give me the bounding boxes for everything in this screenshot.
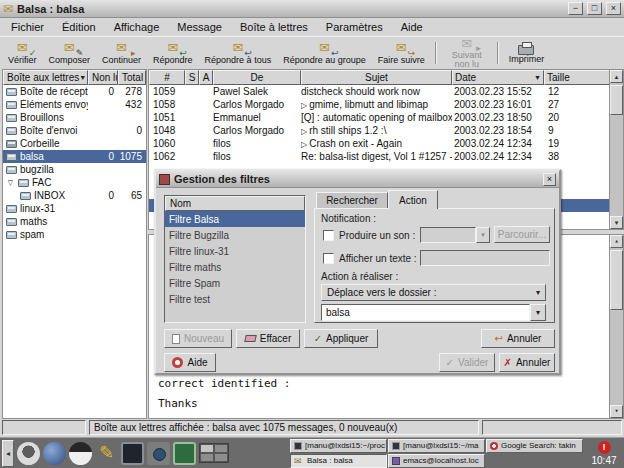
menu-edition[interactable]: Édition [53, 19, 105, 35]
status-header[interactable]: S [185, 70, 199, 85]
sidebar-item-trash[interactable]: Corbeille [3, 137, 146, 150]
scroll-down-icon[interactable]: ▾ [610, 405, 623, 418]
destination-folder-combo[interactable]: balsa ▾ [321, 304, 546, 321]
menu-boite-a-lettres[interactable]: Boîte à lettres [231, 19, 317, 35]
tab-action[interactable]: Action [388, 190, 438, 209]
play-sound-checkbox[interactable] [323, 230, 334, 241]
title-bar[interactable]: ✉ Balsa : balsa − □ × [0, 0, 624, 18]
sidebar-item-inbox[interactable]: Boîte de réception 0278 [3, 85, 146, 98]
total-header[interactable]: Total [118, 70, 146, 85]
reply-button[interactable]: ✉↩ Répondre [147, 38, 199, 68]
dialog-close-icon[interactable]: × [543, 173, 556, 186]
filter-item-linux-31[interactable]: Filtre linux-31 [165, 243, 305, 259]
combo-arrow-icon[interactable]: ▾ [530, 304, 546, 321]
sidebar-item-spam[interactable]: spam [3, 228, 146, 241]
camera-icon[interactable] [147, 442, 170, 465]
monitor-icon[interactable] [173, 442, 196, 465]
message-row[interactable]: 1059 Pawel Salek distcheck should work n… [149, 85, 610, 98]
delete-filter-button[interactable]: Effacer [236, 329, 300, 348]
close-icon[interactable]: × [606, 2, 621, 15]
tab-rechercher[interactable]: Rechercher [316, 192, 388, 209]
status-progress [482, 420, 622, 435]
sidebar-item-sent[interactable]: Éléments envoyés 432 [3, 98, 146, 111]
print-button[interactable]: Imprimer [503, 38, 551, 68]
message-list-scrollbar[interactable]: ▴ ▾ [609, 70, 623, 229]
maximize-icon[interactable]: □ [587, 2, 602, 15]
sidebar-item-maths[interactable]: maths [3, 215, 146, 228]
message-row[interactable]: 1048 Carlos Morgado ▷rh still ships 1.2 … [149, 124, 610, 137]
message-row[interactable]: 1062 filos Re: balsa-list digest, Vol 1 … [149, 150, 610, 163]
sidebar-item-fac-inbox[interactable]: INBOX 065 [3, 189, 146, 202]
filter-item-maths[interactable]: Filtre maths [165, 259, 305, 275]
pen-icon[interactable]: ✎ [95, 442, 118, 465]
num-header[interactable]: # [149, 70, 185, 85]
mail-icon: ✉ [294, 457, 304, 465]
minimize-icon[interactable]: − [568, 2, 583, 15]
cancel-button[interactable]: ✗Annuler [499, 353, 555, 372]
help-button[interactable]: Aide [164, 353, 216, 372]
expander-open-icon[interactable]: ▽ [6, 179, 15, 187]
filter-list-header[interactable]: Nom [165, 196, 305, 211]
mailbox-tree-header: Boîte aux lettres▼ Non lu Total [3, 70, 146, 85]
task-terminal-2[interactable]: [manu@lxdsi15:~/ma [388, 439, 485, 453]
panel-hide-arrow-icon[interactable]: ◂ [2, 440, 14, 467]
filter-item-bugzilla[interactable]: Filtre Bugzilla [165, 227, 305, 243]
message-row[interactable]: 1051 Emmanuel [Q] : automatic opening of… [149, 111, 610, 124]
menu-parametres[interactable]: Paramètres [317, 19, 392, 35]
filter-item-balsa[interactable]: Filtre Balsa [165, 211, 305, 227]
filter-item-spam[interactable]: Filtre Spam [165, 275, 305, 291]
message-row[interactable]: 1058 Carlos Morgado ▷gmime, libmutt and … [149, 98, 610, 111]
task-google-search[interactable]: Google Search: takin [486, 439, 583, 453]
scrollbar-thumb[interactable] [610, 250, 623, 310]
mailbox-name-header[interactable]: Boîte aux lettres▼ [3, 70, 88, 85]
revert-button[interactable]: ↩Annuler [481, 329, 555, 348]
menu-affichage[interactable]: Affichage [105, 19, 169, 35]
filter-management-dialog: Gestion des filtres × Nom Filtre Balsa F… [154, 169, 561, 375]
sidebar-item-bugzilla[interactable]: bugzilla [3, 163, 146, 176]
subject-header[interactable]: Sujet [301, 70, 452, 85]
continue-button[interactable]: ✉▸ Continuer [96, 38, 147, 68]
scroll-up-icon[interactable]: ▴ [610, 235, 623, 248]
preview-scrollbar[interactable]: ▴ ▾ [609, 235, 623, 418]
menu-fichier[interactable]: Fichier [2, 19, 53, 35]
unread-header[interactable]: Non lu [88, 70, 118, 85]
folder-value[interactable]: balsa [321, 304, 530, 321]
size-header[interactable]: Taille [544, 70, 610, 85]
compose-button[interactable]: ✉✎ Composer [43, 38, 97, 68]
date-header[interactable]: Date▼ [452, 70, 544, 85]
penguin-icon[interactable] [69, 442, 92, 465]
terminal-icon[interactable] [121, 442, 144, 465]
gnome-menu-icon[interactable] [17, 442, 40, 465]
thread-expander-icon[interactable]: ▷ [301, 140, 307, 149]
task-emacs[interactable]: emacs@localhost.loc [388, 454, 485, 468]
scrollbar-thumb[interactable] [610, 85, 623, 115]
apply-button[interactable]: ✓Appliquer [304, 329, 378, 348]
menu-message[interactable]: Message [168, 19, 231, 35]
sidebar-item-outbox[interactable]: Boîte d'envoi 0 [3, 124, 146, 137]
filter-item-test[interactable]: Filtre test [165, 291, 305, 307]
menu-aide[interactable]: Aide [392, 19, 432, 35]
alert-applet-icon[interactable]: ! [598, 441, 611, 454]
reply-group-button[interactable]: ✉↩ Répondre au groupe [277, 38, 372, 68]
scroll-up-icon[interactable]: ▴ [610, 70, 623, 83]
message-row[interactable]: 1060 filos ▷Crash on exit - Again 2003.0… [149, 137, 610, 150]
web-browser-icon[interactable] [43, 442, 66, 465]
show-text-checkbox[interactable] [323, 253, 334, 264]
sidebar-item-drafts[interactable]: Brouillons [3, 111, 146, 124]
thread-expander-icon[interactable]: ▷ [301, 101, 307, 110]
attachment-header[interactable]: A [199, 70, 213, 85]
reply-all-button[interactable]: ✉↩ Répondre à tous [199, 38, 278, 68]
sidebar-item-fac[interactable]: ▽FAC [3, 176, 146, 189]
check-mail-button[interactable]: ✉✓ Vérifier [2, 38, 43, 68]
task-balsa[interactable]: ✉ Balsa : balsa [290, 454, 387, 468]
desktop-pager[interactable] [199, 443, 229, 463]
scroll-down-icon[interactable]: ▾ [610, 216, 623, 229]
dialog-title-bar[interactable]: Gestion des filtres × [156, 171, 559, 188]
forward-button[interactable]: ✉↪ Faire suivre [372, 38, 431, 68]
from-header[interactable]: De [213, 70, 301, 85]
sidebar-item-balsa[interactable]: balsa 01075 [3, 150, 146, 163]
action-type-dropdown[interactable]: Déplace vers le dossier : ▾ [321, 284, 546, 301]
task-terminal-1[interactable]: [manu@lxdsi15:~/proc [290, 439, 387, 453]
sidebar-item-linux-31[interactable]: linux-31 [3, 202, 146, 215]
thread-expander-icon[interactable]: ▷ [301, 127, 307, 136]
